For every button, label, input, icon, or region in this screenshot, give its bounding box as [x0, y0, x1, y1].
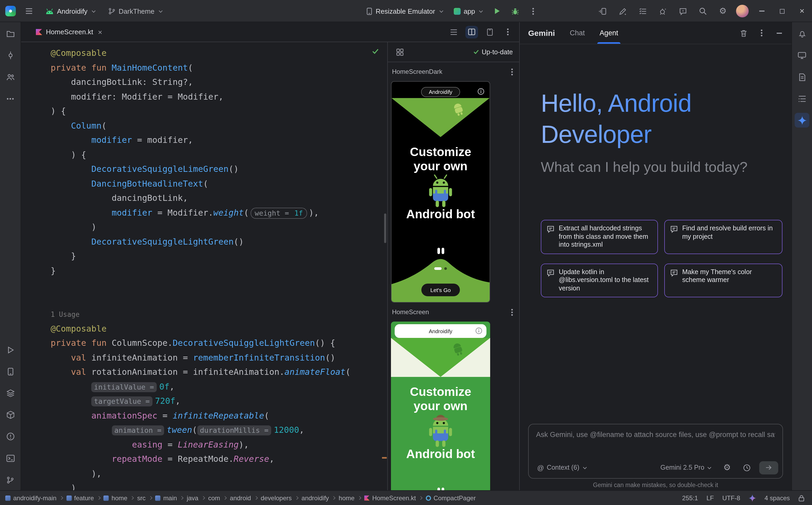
close-tab-icon[interactable]: × — [98, 28, 102, 36]
info-icon[interactable] — [477, 88, 484, 95]
pair-devices-button[interactable] — [596, 4, 609, 18]
maximize-button[interactable] — [775, 4, 789, 18]
breadcrumb-item[interactable]: androidify-main — [5, 494, 56, 502]
file-encoding[interactable]: UTF-8 — [722, 494, 740, 502]
project-panel-button[interactable] — [3, 26, 18, 41]
suggestion-card[interactable]: Update kotlin in @libs.version.toml to t… — [541, 263, 658, 297]
code-line[interactable]: Column( — [51, 118, 387, 133]
breadcrumb-item[interactable]: android — [230, 494, 251, 502]
gemini-panel-button[interactable] — [795, 113, 809, 128]
code-line[interactable]: ) { — [51, 104, 387, 118]
breadcrumb-item[interactable]: java — [187, 494, 198, 502]
code-line[interactable]: } — [51, 249, 387, 263]
minimize-button[interactable] — [755, 4, 769, 18]
code-line[interactable] — [51, 292, 387, 307]
code-line[interactable]: modifier: Modifier = Modifier, — [51, 90, 387, 104]
preview-homescreendark[interactable]: Androidify — [391, 81, 490, 303]
code-line[interactable]: modifier = Modifier.weight(weight = 1f), — [51, 205, 387, 220]
run-button[interactable] — [490, 4, 504, 18]
code-line[interactable]: val rotationAnimation = infiniteAnimatio… — [51, 365, 387, 379]
run-panel-button[interactable] — [3, 343, 18, 357]
code-line[interactable]: dancingBotLink, — [51, 191, 387, 205]
breadcrumb-item[interactable]: main — [155, 494, 177, 502]
code-line[interactable]: ) { — [51, 147, 387, 162]
version-control-panel-button[interactable] — [3, 472, 18, 487]
preview-homescreen[interactable]: Androidify — [391, 322, 490, 490]
lets-go-button[interactable]: Let's Go — [421, 284, 460, 296]
preview-label-homescreendark[interactable]: HomeScreenDark — [388, 62, 519, 81]
notifications-button[interactable] — [795, 26, 809, 41]
breadcrumb-item[interactable]: home — [104, 494, 127, 502]
breadcrumb-item[interactable]: CompactPager — [426, 494, 476, 502]
code-line[interactable]: animation =tween(durationMillis =12000, — [51, 423, 387, 437]
context-selector[interactable]: @ Context (6) — [534, 463, 590, 472]
prompt-history-button[interactable] — [740, 461, 753, 474]
code-line[interactable]: targetValue =720f, — [51, 394, 387, 408]
project-selector[interactable]: Androidify — [42, 5, 99, 17]
more-run-actions-button[interactable] — [526, 4, 540, 18]
run-config-selector[interactable]: app — [450, 5, 486, 17]
suggestion-card[interactable]: Make my Theme's color scheme warmer — [664, 263, 783, 297]
debug-button[interactable] — [508, 4, 522, 18]
code-line[interactable]: } — [51, 263, 387, 278]
ai-insights-button[interactable] — [656, 4, 670, 18]
editor-more-button[interactable] — [501, 26, 514, 38]
ai-chat-button[interactable] — [676, 4, 690, 18]
code-line[interactable]: repeatMode = RepeatMode.Reverse, — [51, 452, 387, 466]
code-line[interactable]: animationSpec = infiniteRepeatable( — [51, 408, 387, 423]
commit-panel-button[interactable] — [3, 48, 18, 63]
user-avatar[interactable] — [736, 5, 749, 17]
code-line[interactable]: val infiniteAnimation = rememberInfinite… — [51, 350, 387, 365]
main-menu-button[interactable] — [22, 4, 36, 18]
prompt-settings-button[interactable]: ⚙ — [720, 461, 734, 474]
structure-panel-button[interactable] — [795, 91, 809, 106]
vcs-branch-selector[interactable]: DarkTheme — [105, 5, 166, 17]
breadcrumb-item[interactable]: androidify — [302, 494, 329, 502]
task-list-button[interactable] — [636, 4, 650, 18]
code-line[interactable]: ), — [51, 466, 387, 481]
preview-device-button[interactable] — [483, 26, 496, 38]
breadcrumb-item[interactable]: feature — [66, 494, 94, 502]
editor-scrollbar[interactable] — [384, 213, 386, 243]
code-line[interactable]: @Composable — [51, 46, 387, 60]
send-button[interactable] — [759, 461, 778, 474]
more-icon[interactable] — [511, 71, 513, 72]
breadcrumb-item[interactable]: com — [208, 494, 220, 502]
ai-spark-icon[interactable] — [749, 494, 756, 502]
clear-chat-button[interactable] — [736, 26, 750, 40]
breadcrumb-item[interactable]: home — [339, 494, 355, 502]
more-tool-windows-button[interactable] — [3, 91, 18, 106]
editor-tab-homescreen[interactable]: HomeScreen.kt × — [31, 22, 108, 42]
suggestion-card[interactable]: Find and resolve build errors in my proj… — [664, 220, 783, 254]
search-everywhere-button[interactable] — [696, 4, 710, 18]
code-line[interactable]: @Composable — [51, 321, 387, 336]
breadcrumb-item[interactable]: developers — [261, 494, 292, 502]
tab-chat[interactable]: Chat — [570, 22, 585, 44]
code-line[interactable]: dancingBotLink: String?, — [51, 75, 387, 90]
more-icon[interactable] — [511, 311, 513, 313]
device-manager-button[interactable] — [795, 48, 809, 63]
code-line[interactable]: ) — [51, 220, 387, 234]
breadcrumb-item[interactable]: src — [137, 494, 146, 502]
device-selector[interactable]: Resizable Emulator — [363, 5, 446, 17]
code-line[interactable]: private fun MainHomeContent( — [51, 60, 387, 75]
code-line[interactable]: DecorativeSquiggleLightGreen() — [51, 234, 387, 249]
prompt-input[interactable] — [535, 427, 776, 442]
info-icon[interactable] — [475, 327, 482, 334]
collaboration-panel-button[interactable] — [3, 69, 18, 85]
code-line[interactable]: modifier = modifier, — [51, 133, 387, 147]
close-button[interactable]: × — [795, 4, 809, 18]
editor-list-view-button[interactable] — [447, 26, 460, 38]
caret-position[interactable]: 255:1 — [682, 494, 698, 502]
code-line[interactable]: DancingBotHeadlineText( — [51, 176, 387, 191]
code-line[interactable]: 1 Usage — [51, 307, 387, 321]
problems-panel-button[interactable] — [3, 429, 18, 444]
breadcrumb-item[interactable]: HomeScreen.kt — [364, 494, 416, 502]
code-line[interactable] — [51, 278, 387, 292]
lock-icon[interactable] — [798, 494, 805, 502]
code-line[interactable]: private fun ColumnScope.DecorativeSquigg… — [51, 336, 387, 350]
split-editor-button[interactable] — [465, 26, 478, 38]
preview-label-homescreen[interactable]: HomeScreen — [388, 303, 519, 322]
grid-view-button[interactable] — [393, 45, 407, 59]
code-line[interactable]: initialValue =0f, — [51, 379, 387, 394]
